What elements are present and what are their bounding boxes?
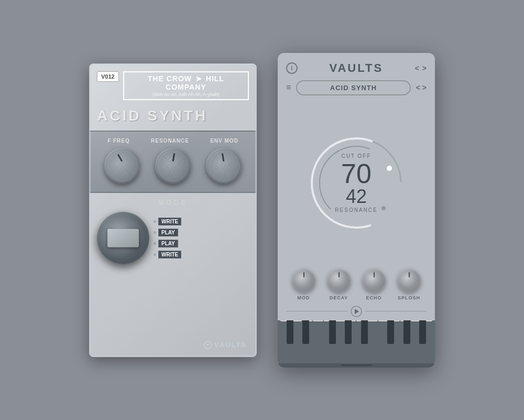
- play-triangle-icon: [355, 309, 359, 314]
- synth-chevrons: < >: [416, 83, 427, 92]
- white-key[interactable]: [280, 320, 291, 321]
- small-knob-splosh[interactable]: [398, 269, 421, 292]
- cassette-vaults-logo: VAULTS: [204, 341, 247, 349]
- knob-label-mod: MOD: [298, 295, 310, 300]
- knob-label-envmod: ENV MOD: [210, 138, 238, 144]
- cassette-mode-options: WRITE TRAC PLAY PLAY PATTE WRITE: [154, 218, 249, 259]
- mode-play-patte: PLAY: [158, 240, 178, 247]
- cassette-title: ACID SYNTH: [90, 104, 256, 131]
- info-icon[interactable]: i: [286, 62, 298, 74]
- synth-knob-echo: ECHO: [363, 269, 386, 300]
- chevron-right[interactable]: >: [422, 83, 427, 92]
- synth-panel: i VAULTS < > ≡ ACID SYNTH < >: [278, 53, 435, 368]
- white-key[interactable]: [356, 320, 367, 321]
- nav-prev-button[interactable]: <: [415, 64, 419, 72]
- knob-label-freq: F FREQ: [107, 138, 130, 144]
- synth-dial-section: CUT OFF 70 42 RESONANCE: [278, 102, 435, 265]
- chevron-left[interactable]: <: [416, 83, 420, 92]
- cassette-header: V012 THE CROW ➤ HILL COMPANY (Ooh oo oo,…: [90, 64, 256, 104]
- main-container: V012 THE CROW ➤ HILL COMPANY (Ooh oo oo,…: [89, 53, 435, 368]
- synth-dial-container[interactable]: CUT OFF 70 42 RESONANCE: [304, 131, 409, 235]
- mode-item-1: PLAY: [154, 229, 249, 236]
- cassette-vaults-text: VAULTS: [214, 341, 247, 349]
- cassette-card: V012 THE CROW ➤ HILL COMPANY (Ooh oo oo,…: [89, 63, 257, 357]
- mode-write-patte: WRITE: [158, 251, 181, 259]
- white-key[interactable]: [302, 320, 313, 321]
- keyboard-grip-line: [341, 364, 372, 366]
- knob-label-splosh: SPLOSH: [398, 295, 420, 300]
- white-key[interactable]: [313, 320, 323, 321]
- synth-preset-name[interactable]: ACID SYNTH: [296, 80, 410, 95]
- cassette-id: V012: [97, 71, 119, 82]
- keyboard-white-keys: [279, 320, 433, 321]
- cassette-brand-name: THE CROW ➤ HILL COMPANY: [129, 74, 243, 91]
- small-knob-mod[interactable]: [292, 269, 315, 292]
- knob-texture: [108, 152, 136, 180]
- white-key[interactable]: [346, 320, 356, 321]
- synth-dial-values: CUT OFF 70 42 RESONANCE: [335, 153, 377, 213]
- synth-transport: [278, 304, 435, 320]
- mode-knob-inner: [107, 229, 139, 247]
- svg-point-4: [381, 206, 386, 210]
- knob-label-resonance: RESONANCE: [151, 138, 189, 144]
- svg-point-3: [387, 166, 392, 171]
- synth-knob-mod: MOD: [292, 269, 315, 300]
- cassette-knob-envmod[interactable]: [206, 148, 242, 184]
- white-key[interactable]: [422, 320, 432, 321]
- cassette-mode-knob[interactable]: [97, 212, 149, 264]
- keyboard-grip: [278, 363, 435, 368]
- mode-dot: [154, 220, 156, 223]
- synth-header: i VAULTS < >: [278, 53, 435, 80]
- synth-preset-bar: ≡ ACID SYNTH < >: [278, 80, 435, 102]
- cutoff-value: 70: [335, 160, 377, 187]
- white-key[interactable]: [291, 320, 302, 321]
- cassette-mode-section: MODE WRITE TRAC PLAY: [90, 193, 256, 270]
- knob-label-echo: ECHO: [366, 295, 381, 300]
- mode-trac-label: TRAC: [185, 219, 200, 224]
- small-knob-echo[interactable]: [363, 269, 386, 292]
- white-key[interactable]: [367, 320, 378, 321]
- synth-knob-splosh: SPLOSH: [398, 269, 421, 300]
- white-key[interactable]: [324, 320, 334, 321]
- mode-play-trac: PLAY: [158, 229, 178, 236]
- nav-next-button[interactable]: >: [422, 64, 427, 72]
- cassette-brand-box: THE CROW ➤ HILL COMPANY (Ooh oo oo, Aah …: [123, 71, 249, 100]
- resonance-label: RESONANCE: [335, 207, 377, 213]
- cassette-mode-row: WRITE TRAC PLAY PLAY PATTE WRITE: [97, 212, 249, 264]
- synth-keyboard[interactable]: [278, 320, 435, 368]
- white-key[interactable]: [389, 320, 400, 321]
- synth-knobs-row: MOD DECAY ECHO SPLOSH: [278, 265, 435, 304]
- play-button[interactable]: [351, 306, 362, 317]
- mode-patte-label: PATTE: [182, 241, 199, 246]
- knob-label-decay: DECAY: [330, 295, 348, 300]
- mode-item-0: WRITE TRAC: [154, 218, 249, 225]
- cassette-knob-freq[interactable]: [104, 148, 140, 184]
- white-key[interactable]: [400, 320, 411, 321]
- cassette-knob-labels: F FREQ RESONANCE ENV MOD: [97, 138, 249, 144]
- white-key[interactable]: [335, 320, 345, 321]
- cassette-brand-subtitle: (Ooh oo oo, Aah Ah Ah, A-yeah): [129, 92, 243, 97]
- mode-write-trac: WRITE: [158, 218, 181, 225]
- white-key[interactable]: [378, 320, 389, 321]
- mode-dot: [154, 242, 156, 245]
- white-key[interactable]: [411, 320, 421, 321]
- synth-title: VAULTS: [298, 61, 415, 75]
- cassette-knob-resonance[interactable]: [155, 148, 191, 184]
- cassette-knobs-row: [97, 148, 249, 184]
- menu-icon[interactable]: ≡: [286, 83, 291, 92]
- mode-item-3: WRITE: [154, 251, 249, 259]
- synth-knob-decay: DECAY: [328, 269, 351, 300]
- cassette-mode-title: MODE: [97, 198, 249, 207]
- transport-line-left: [286, 311, 347, 311]
- mode-dot: [154, 231, 156, 234]
- cassette-knobs-section: F FREQ RESONANCE ENV MOD: [90, 131, 256, 193]
- transport-line-right: [365, 311, 427, 311]
- synth-nav-arrows: < >: [415, 64, 427, 72]
- mode-dot: [154, 253, 156, 256]
- resonance-value: 42: [335, 187, 377, 206]
- vaults-icon: [204, 341, 212, 349]
- small-knob-decay[interactable]: [328, 269, 351, 292]
- mode-item-2: PLAY PATTE: [154, 240, 249, 247]
- vaults-icon-inner: [206, 343, 209, 346]
